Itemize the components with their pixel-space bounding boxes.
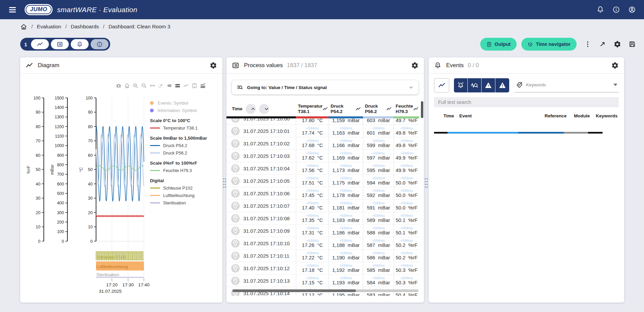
- time-navigator-button[interactable]: Time navigator: [521, 38, 577, 51]
- events-column-time[interactable]: Time: [443, 113, 454, 118]
- events-column-module[interactable]: Module: [574, 113, 590, 118]
- full-text-search-input[interactable]: [434, 97, 619, 107]
- location-pin-icon[interactable]: [231, 118, 240, 123]
- compare-bars-icon[interactable]: [175, 83, 181, 89]
- alarm-bell-filter-button[interactable]: [454, 78, 468, 92]
- keywords-dropdown[interactable]: Keywords: [515, 78, 619, 92]
- row-timestamp: 31.07.2025 17:10:04: [243, 166, 290, 171]
- panel-resize-handle[interactable]: [425, 175, 428, 190]
- legend-symbol-item[interactable]: Information: Symbol: [150, 108, 221, 113]
- events-header-bar-segment: [448, 132, 518, 134]
- stacked-mode-icon[interactable]: [200, 83, 206, 89]
- location-pin-icon[interactable]: [231, 152, 240, 160]
- location-pin-icon[interactable]: [231, 214, 240, 223]
- breadcrumb-item-dashboards[interactable]: Dashboards: [71, 24, 99, 30]
- row-timestamp: 31.07.2025 17:10:06: [243, 191, 290, 196]
- zoom-in-icon[interactable]: [132, 83, 139, 89]
- events-trend-filter-button[interactable]: [434, 78, 449, 92]
- toggle-diagram-view[interactable]: [31, 39, 49, 49]
- location-pin-icon[interactable]: [231, 164, 240, 173]
- process-table-row[interactable]: 31.07.2025 17:10:09+594ms17.31 °C+594ms1…: [226, 225, 419, 237]
- save-icon[interactable]: [628, 40, 636, 48]
- lightning-triangle-filter-button[interactable]: [482, 78, 495, 92]
- process-table-row[interactable]: 31.07.2025 17:10:04+594ms17.56 °C+594ms1…: [226, 162, 419, 175]
- process-table-row[interactable]: 31.07.2025 17:10:03+594ms17.62 °C+594ms1…: [226, 150, 419, 162]
- process-table-row[interactable]: 31.07.2025 17:10:08+594ms17.35 °C+594ms1…: [226, 212, 419, 225]
- panel-resize-handle[interactable]: [223, 175, 226, 190]
- process-table-row[interactable]: 31.07.2025 17:10:00+594ms17.80 °C+594ms1…: [226, 118, 419, 125]
- diagram-settings-gear-icon[interactable]: [210, 62, 217, 69]
- location-pin-icon[interactable]: [231, 189, 240, 198]
- goto-search-dropdown[interactable]: Going to: Value / Time / Status signal: [232, 80, 419, 94]
- process-table-row[interactable]: 31.07.2025 17:10:06+594ms17.45 °C+594ms1…: [226, 187, 419, 200]
- legend-series-item[interactable]: Druck P56.2: [150, 150, 221, 155]
- breadcrumb-item-evaluation[interactable]: Evaluation: [37, 24, 61, 30]
- label-tag-icon[interactable]: [166, 83, 172, 89]
- events-column-event[interactable]: Event: [459, 113, 472, 118]
- row-value: 50.0 %rF: [396, 193, 418, 198]
- legend-series-item[interactable]: Feuchte H79.3: [150, 168, 221, 173]
- legend-symbol-item[interactable]: Events: Symbol: [150, 101, 221, 106]
- process-table-row[interactable]: 31.07.2025 17:10:11+594ms17.22 °C+594ms1…: [226, 250, 419, 262]
- vertical-scrollbar-thumb[interactable]: [421, 101, 423, 118]
- signal-search-filter-button[interactable]: [468, 78, 482, 92]
- home-icon[interactable]: [124, 83, 130, 89]
- process-table-row[interactable]: 31.07.2025 17:10:07+594ms17.40 °C+594ms1…: [226, 200, 419, 212]
- process-rows-viewport[interactable]: 31.07.2025 17:10:00+594ms17.80 °C+594ms1…: [226, 118, 419, 296]
- info-icon[interactable]: [612, 6, 620, 13]
- row-value-cell: +594ms1,173 mBar: [329, 162, 363, 174]
- horizontal-scrollbar-thumb[interactable]: [233, 289, 356, 292]
- line-mode-icon[interactable]: [183, 83, 189, 89]
- events-column-keywords[interactable]: Keywords: [596, 113, 618, 118]
- home-icon[interactable]: [20, 23, 27, 30]
- account-icon[interactable]: [628, 6, 636, 13]
- page: JUMO smartWARE · Evaluation / Evaluation…: [0, 0, 644, 312]
- value-column-header[interactable]: Temperatur T38.1: [296, 101, 329, 116]
- range-y-icon[interactable]: [191, 83, 197, 89]
- location-pin-icon[interactable]: [231, 277, 240, 285]
- location-pin-icon[interactable]: [231, 264, 240, 273]
- location-pin-icon[interactable]: [231, 127, 240, 135]
- legend-series-item[interactable]: Druck P54.2: [150, 143, 221, 148]
- output-button[interactable]: Output: [480, 38, 517, 51]
- camera-icon[interactable]: [116, 83, 122, 89]
- process-table-row[interactable]: 31.07.2025 17:10:05+594ms17.51 °C+594ms1…: [226, 175, 419, 187]
- location-pin-icon[interactable]: [231, 239, 240, 248]
- process-table-row[interactable]: 31.07.2025 17:10:10+594ms17.26 °C+594ms1…: [226, 237, 419, 250]
- row-time-cell: 31.07.2025 17:10:03: [226, 150, 296, 162]
- menu-icon[interactable]: [8, 5, 17, 14]
- value-column-header[interactable]: Druck P54.2: [329, 101, 363, 116]
- legend-series-item[interactable]: Luftbefeuchtung: [150, 193, 221, 198]
- settings-gear-icon[interactable]: [614, 40, 621, 48]
- warning-triangle-filter-button[interactable]: [495, 78, 509, 92]
- location-pin-icon[interactable]: [231, 177, 240, 185]
- sort-down-button[interactable]: [259, 104, 269, 114]
- autoscale-x-icon[interactable]: [149, 83, 155, 89]
- toggle-process-values-view[interactable]: [51, 39, 69, 49]
- value-column-header[interactable]: Feuchte H79.3: [394, 101, 419, 116]
- legend-series-item[interactable]: Temperatur T38.1: [150, 125, 221, 131]
- legend-series-item[interactable]: Sterilisation: [150, 200, 221, 205]
- value-column-header[interactable]: Druck P56.2: [363, 101, 394, 116]
- sort-up-button[interactable]: [246, 104, 256, 114]
- kebab-menu-icon[interactable]: [584, 40, 591, 48]
- events-settings-gear-icon[interactable]: [611, 62, 619, 69]
- zoom-out-icon[interactable]: [141, 83, 147, 89]
- process-table-row[interactable]: 31.07.2025 17:10:01+594ms17.74 °C+594ms1…: [226, 125, 419, 137]
- process-table-row[interactable]: 31.07.2025 17:10:02+594ms17.68 °C+594ms1…: [226, 137, 419, 150]
- process-table-row[interactable]: 31.07.2025 17:10:12+594ms17.18 °C+594ms1…: [226, 262, 419, 275]
- notifications-icon[interactable]: [596, 6, 604, 13]
- horizontal-scrollbar-track[interactable]: [232, 289, 419, 292]
- process-table-row[interactable]: 31.07.2025 17:10:13+594ms17.15 °C+594ms1…: [226, 275, 419, 287]
- location-pin-icon[interactable]: [231, 202, 240, 210]
- location-pin-icon[interactable]: [231, 227, 240, 235]
- toggle-info-view[interactable]: [91, 39, 109, 49]
- toggle-events-view[interactable]: [71, 39, 89, 49]
- events-column-reference[interactable]: Reference: [545, 113, 566, 118]
- location-pin-icon[interactable]: [231, 252, 240, 260]
- legend-series-item[interactable]: Schleuse P102: [150, 186, 221, 191]
- process-settings-gear-icon[interactable]: [411, 62, 419, 69]
- pan-icon[interactable]: [158, 83, 164, 89]
- location-pin-icon[interactable]: [231, 139, 240, 148]
- fullscreen-icon[interactable]: [599, 40, 606, 48]
